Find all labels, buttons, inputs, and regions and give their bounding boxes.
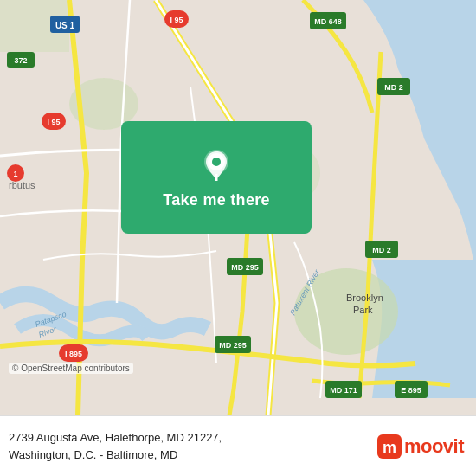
address-line-2: Washington, D.C. - Baltimore, MD	[9, 447, 222, 464]
svg-text:I 895: I 895	[65, 350, 82, 358]
button-label: Take me there	[163, 191, 270, 209]
svg-text:Brooklyn: Brooklyn	[346, 293, 383, 303]
take-me-there-button[interactable]: Take me there	[121, 121, 312, 234]
address-line-1: 2739 Augusta Ave, Halethorpe, MD 21227,	[9, 429, 222, 447]
location-pin-icon	[197, 146, 235, 184]
svg-text:E 895: E 895	[401, 386, 421, 395]
svg-text:rbutus: rbutus	[9, 180, 35, 190]
bottom-bar: 2739 Augusta Ave, Halethorpe, MD 21227, …	[0, 415, 476, 476]
svg-text:MD 648: MD 648	[314, 17, 342, 26]
svg-text:1: 1	[13, 170, 17, 178]
svg-point-40	[212, 158, 221, 166]
svg-text:MD 295: MD 295	[219, 341, 247, 350]
address-area: 2739 Augusta Ave, Halethorpe, MD 21227, …	[9, 429, 222, 463]
svg-text:I 95: I 95	[47, 118, 60, 126]
svg-text:m: m	[383, 439, 396, 456]
moovit-icon: m	[377, 434, 402, 459]
moovit-logo: m moovit	[377, 434, 464, 459]
svg-text:US 1: US 1	[55, 21, 75, 30]
svg-text:I 95: I 95	[170, 16, 183, 24]
svg-text:MD 2: MD 2	[384, 83, 403, 92]
svg-text:372: 372	[14, 56, 27, 65]
map-container: US 1 I 95 MD 648 372 I 95 MD 2 1 MD 295 …	[0, 0, 476, 415]
svg-text:Park: Park	[353, 305, 373, 315]
svg-text:MD 2: MD 2	[372, 246, 391, 254]
svg-text:MD 295: MD 295	[231, 263, 259, 272]
moovit-text: moovit	[404, 435, 464, 458]
svg-text:MD 171: MD 171	[330, 386, 357, 395]
copyright-notice: © OpenStreetMap contributors	[9, 363, 133, 374]
